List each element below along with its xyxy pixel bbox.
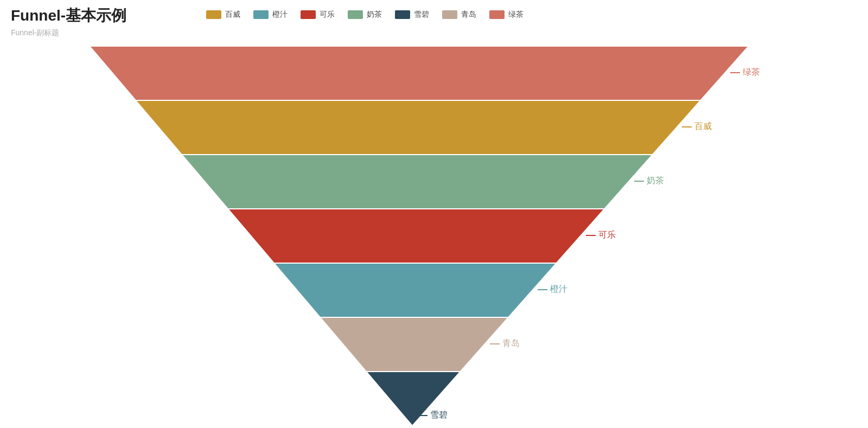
- legend-color-奶茶: [348, 10, 363, 19]
- chart-subtitle: Funnel-副标题: [11, 28, 126, 38]
- legend-item-百威: 百威: [206, 10, 240, 20]
- legend-label-橙汁: 橙汁: [272, 10, 288, 20]
- legend-color-可乐: [301, 10, 316, 19]
- chart-area: 绿茶百威奶茶可乐橙汁青岛雪碧: [0, 43, 868, 428]
- funnel-layer-百威: [136, 100, 700, 155]
- legend-item-青岛: 青岛: [442, 10, 476, 20]
- legend-item-奶茶: 奶茶: [348, 10, 382, 20]
- legend-item-绿茶: 绿茶: [489, 10, 524, 20]
- legend-label-青岛: 青岛: [461, 10, 476, 20]
- funnel-layer-奶茶: [182, 155, 653, 209]
- funnel-layer-青岛: [320, 317, 508, 372]
- legend-color-雪碧: [395, 10, 410, 19]
- legend-label-绿茶: 绿茶: [508, 10, 524, 20]
- legend-color-绿茶: [489, 10, 505, 19]
- legend-label-奶茶: 奶茶: [367, 10, 382, 20]
- funnel-layer-绿茶: [90, 46, 749, 100]
- legend-item-雪碧: 雪碧: [395, 10, 429, 20]
- funnel-chart: [0, 43, 868, 428]
- legend-label-雪碧: 雪碧: [414, 10, 429, 20]
- legend-label-可乐: 可乐: [320, 10, 335, 20]
- legend-color-百威: [206, 10, 221, 19]
- chart-title: Funnel-基本示例: [11, 5, 126, 26]
- page: Funnel-基本示例 Funnel-副标题 百威橙汁可乐奶茶雪碧青岛绿茶 绿茶…: [0, 0, 868, 428]
- legend-item-橙汁: 橙汁: [253, 10, 288, 20]
- legend-color-橙汁: [253, 10, 269, 19]
- funnel-layer-雪碧: [366, 372, 461, 426]
- legend-color-青岛: [442, 10, 457, 19]
- funnel-layer-可乐: [228, 209, 604, 263]
- legend: 百威橙汁可乐奶茶雪碧青岛绿茶: [206, 10, 524, 20]
- legend-label-百威: 百威: [225, 10, 240, 20]
- funnel-layer-橙汁: [274, 263, 557, 317]
- legend-item-可乐: 可乐: [301, 10, 335, 20]
- header: Funnel-基本示例 Funnel-副标题: [11, 5, 126, 38]
